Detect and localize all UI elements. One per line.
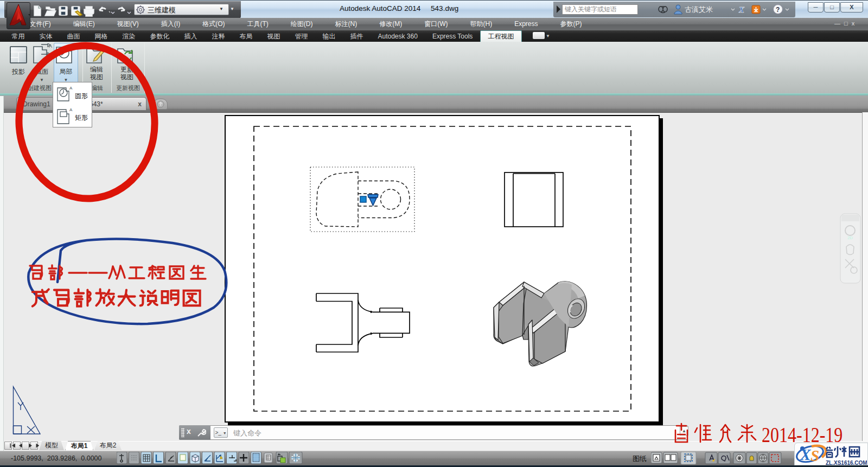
svg-text:X: X	[800, 446, 811, 463]
svg-text:X: X	[738, 5, 745, 14]
svg-text:2D: 2D	[847, 235, 853, 240]
svg-text:ZL.XS1616.COM: ZL.XS1616.COM	[826, 460, 867, 466]
svg-text:古滇艾米: 古滇艾米	[685, 5, 713, 14]
svg-text:?: ?	[776, 6, 780, 14]
svg-text:S: S	[810, 447, 819, 464]
